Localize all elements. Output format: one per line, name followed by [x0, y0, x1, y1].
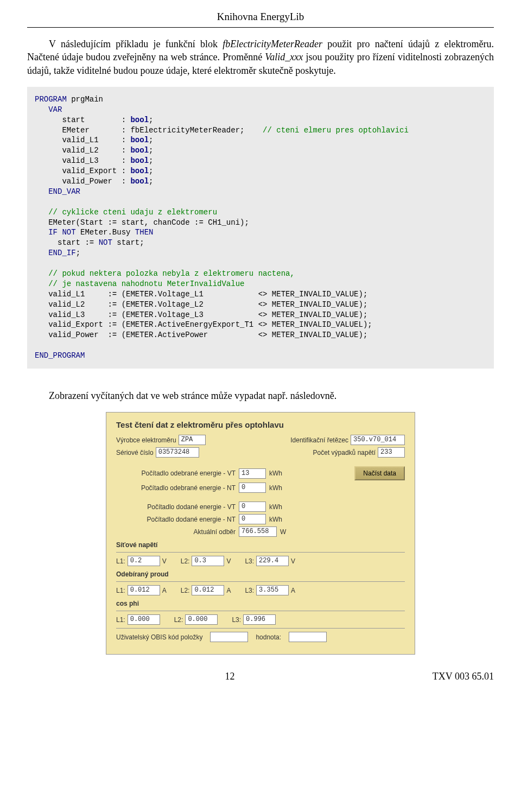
- label: L2:: [181, 557, 190, 565]
- field-i-l3[interactable]: 3.355: [256, 585, 289, 595]
- label: L3:: [232, 616, 241, 624]
- unit: kWh: [269, 470, 282, 477]
- field-obis[interactable]: [210, 632, 248, 642]
- unit: A: [226, 587, 231, 594]
- label: Identifikační řetězec: [290, 436, 348, 444]
- field-v-l2[interactable]: 0.3: [192, 556, 224, 566]
- label: Sériové číslo: [116, 449, 154, 456]
- field-actual[interactable]: 766.558: [239, 526, 277, 537]
- unit: kWh: [269, 503, 282, 511]
- label: L1:: [116, 557, 125, 565]
- label: Počítadlo odebrané energie - VT: [116, 470, 236, 477]
- field-i-l1[interactable]: 0.012: [128, 585, 160, 595]
- label: L3:: [245, 557, 254, 565]
- row-manufacturer: Výrobce elektroměru ZPA Identifikační ře…: [116, 435, 405, 445]
- label: Uživatelský OBIS kód položky: [116, 633, 202, 641]
- page-number: 12: [225, 671, 234, 682]
- caption-paragraph: Zobrazení vyčítaných dat ve web stránce …: [27, 389, 494, 402]
- label: Počet výpadků napětí: [313, 449, 376, 456]
- rule: [116, 581, 405, 582]
- field-v-l1[interactable]: 0.2: [128, 556, 160, 566]
- row-sup-vt: Počítadlo dodané energie - VT 0 kWh: [116, 502, 405, 512]
- header-rule: [27, 27, 494, 28]
- label: Počítadlo dodané energie - VT: [116, 503, 236, 511]
- label: L1:: [116, 587, 125, 594]
- section-voltage: Síťové napětí: [116, 541, 405, 549]
- row-sup-nt: Počítadlo dodané energie - NT 0 kWh: [116, 514, 405, 524]
- rule: [116, 628, 405, 629]
- field-outage[interactable]: 233: [378, 447, 405, 458]
- web-panel: Test čtení dat z elektroměru přes optohl…: [106, 412, 415, 655]
- unit: V: [291, 557, 295, 565]
- text: V následujícím příkladu je funkční blok: [49, 39, 223, 49]
- rule: [116, 611, 405, 611]
- load-data-button[interactable]: Načíst data: [354, 466, 405, 480]
- row-voltage: L1:0.2V L2:0.3V L3:229.4V: [116, 556, 405, 566]
- row-cons-vt: Počítadlo odebrané energie - VT 13 kWh N…: [116, 466, 405, 480]
- label: L1:: [116, 616, 125, 624]
- code-name-2: Valid_xxx: [265, 52, 303, 62]
- page-footer: 12 TXV 003 65.01: [27, 671, 494, 682]
- unit: W: [280, 528, 286, 536]
- field-serial[interactable]: 03573248: [156, 447, 199, 458]
- page-header: Knihovna EnergyLib: [27, 11, 494, 23]
- field-cons-nt[interactable]: 0: [239, 483, 266, 493]
- label: Počítadlo odebrané energie - NT: [116, 484, 236, 492]
- row-actual: Aktuální odběr 766.558 W: [116, 526, 405, 537]
- panel-title: Test čtení dat z elektroměru přes optohl…: [116, 420, 405, 429]
- unit: A: [162, 587, 167, 594]
- row-cos: L1:0.000 L2:0.000 L3:0.996: [116, 614, 405, 625]
- row-current: L1:0.012A L2:0.012A L3:3.355A: [116, 585, 405, 595]
- label: L2:: [174, 616, 183, 624]
- unit: kWh: [269, 484, 282, 492]
- label: L2:: [181, 587, 190, 594]
- field-c-l3[interactable]: 0.996: [243, 614, 276, 625]
- label: Počítadlo dodané energie - NT: [116, 516, 236, 523]
- label: Aktuální odběr: [116, 528, 236, 536]
- row-obis: Uživatelský OBIS kód položky hodnota:: [116, 632, 405, 642]
- code-block: PROGRAM prgMain VAR start : bool; EMeter…: [27, 87, 494, 369]
- field-manufacturer[interactable]: ZPA: [179, 435, 206, 445]
- field-hodnota[interactable]: [289, 632, 327, 642]
- label: Výrobce elektroměru: [116, 436, 176, 444]
- section-current: Odebíraný proud: [116, 570, 405, 578]
- rule: [116, 552, 405, 553]
- field-id[interactable]: 350.v70_014: [351, 435, 405, 445]
- field-sup-nt[interactable]: 0: [239, 514, 266, 524]
- document-page: Knihovna EnergyLib V následujícím příkla…: [0, 0, 521, 699]
- doc-number: TXV 003 65.01: [433, 671, 494, 682]
- unit: V: [162, 557, 167, 565]
- field-c-l2[interactable]: 0.000: [185, 614, 218, 625]
- section-cos: cos phi: [116, 600, 405, 607]
- field-cons-vt[interactable]: 13: [239, 468, 266, 479]
- unit: A: [291, 587, 295, 594]
- code-name-1: fbElectricityMeterReader: [223, 39, 322, 49]
- row-serial: Sériové číslo 03573248 Počet výpadků nap…: [116, 447, 405, 458]
- row-cons-nt: Počítadlo odebrané energie - NT 0 kWh: [116, 483, 405, 493]
- field-i-l2[interactable]: 0.012: [192, 585, 224, 595]
- unit: V: [226, 557, 231, 565]
- label: hodnota:: [256, 633, 281, 641]
- field-v-l3[interactable]: 229.4: [256, 556, 289, 566]
- field-sup-vt[interactable]: 0: [239, 502, 266, 512]
- unit: kWh: [269, 516, 282, 523]
- intro-paragraph: V následujícím příkladu je funkční blok …: [27, 37, 494, 77]
- field-c-l1[interactable]: 0.000: [128, 614, 160, 625]
- label: L3:: [245, 587, 254, 594]
